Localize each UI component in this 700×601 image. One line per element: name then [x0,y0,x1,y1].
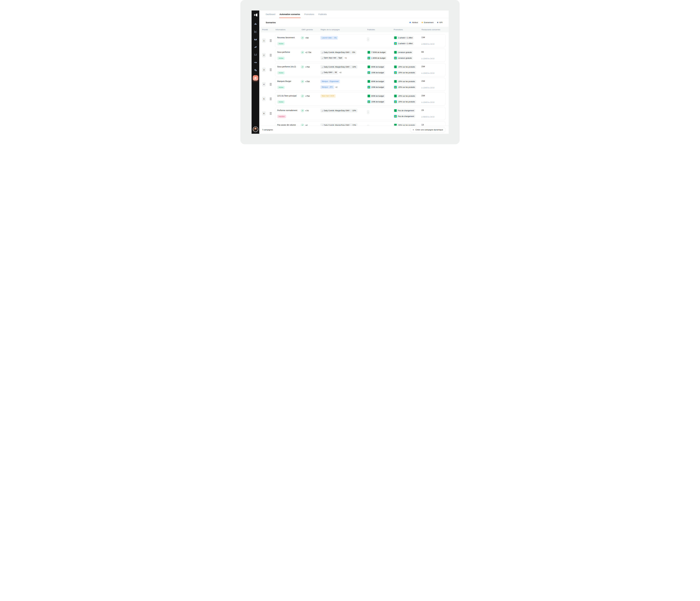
platform-chip[interactable]: UberEats800€ de budget [367,79,385,83]
legend-dot-icon [422,22,423,23]
schedule: à 12h00 le 23/10 [421,87,434,89]
tab-automation-scenarios[interactable]: Automation scenarios [280,10,300,18]
drag-handle-icon[interactable] [270,54,272,56]
scenario-card[interactable]: Nouveau lancementActive+54Launch date‹30… [275,34,446,47]
rule-chip[interactable]: △Daily Contrib. Margin/Daiy GMV›-10% [320,65,357,69]
scenario-card[interactable]: Sous performe (niv.2)Active+754△Daily Co… [275,63,446,76]
create-campaign-label: Créer une campagne dynamique [416,129,443,131]
legend-item-evenement: Evenement [422,21,433,24]
platform-chip[interactable]: ✌1 800€ de budget [367,56,387,60]
drag-handle-icon[interactable] [270,112,272,115]
platform-chip[interactable]: ✌1 acheté = 1 offert [393,42,414,45]
column-header-publicit-s: Publicités [367,29,394,31]
legend-item-kpi: KPI [437,21,443,24]
platform-chip[interactable]: UberEatsPas de changement [393,109,416,112]
deliveroo-icon: ✌ [368,71,370,74]
platform-chip[interactable]: UberEats1 acheté = 1 offert [393,36,414,40]
rule-chip[interactable]: △Daily GMV›0€ [320,71,338,75]
platform-chip[interactable]: UberEats800€ de budget [367,94,385,98]
sidebar-nav: $ [252,20,259,82]
drag-handle-icon[interactable] [270,39,272,42]
table-row: 6 Performe normalementInactive+74△Daily … [262,107,446,120]
scenario-card[interactable]: Pas assez de volume+4△Daily Contrib. Mar… [275,121,446,126]
platform-chip[interactable]: ✌100€ de budget [367,100,385,104]
drag-handle-icon[interactable] [270,83,272,85]
platform-chip[interactable]: UberEatsLivraison gratuite [393,50,413,54]
brand-logo-icon[interactable] [253,13,257,17]
trend-up-icon [301,109,304,112]
trend-up-icon [301,51,304,54]
rule-chip[interactable]: △Daily Contrib. Margin/Daiy GMV›-10% [320,123,357,126]
platform-chip[interactable]: UberEats7 500€ de budget [367,50,387,54]
empty-value: - [367,125,370,126]
schedule: à 08h00 le 24/10 [421,116,434,118]
rule-extra-count[interactable]: +1 [345,57,347,59]
restaurant-count: 83 [421,50,424,53]
platform-chip[interactable]: UberEats800€ de budget [367,65,385,69]
rule-chip[interactable]: △Open days rate›5ppt [320,56,344,60]
sidebar-item-partners[interactable] [252,58,259,66]
platform-chip[interactable]: UberEats-20% sur les produits [393,79,416,83]
scenario-card[interactable]: Marques BurgerActive+754Marque - Orgasme… [275,78,446,91]
rule-chip[interactable]: △Daily Contrib. Margin/Daiy GMV›-10% [320,109,357,112]
drag-handle-icon[interactable] [270,98,272,100]
gmv-value: +754 [301,79,310,83]
ubereats-icon: UberEats [394,95,397,97]
tab-publicit-s[interactable]: Publicités [318,10,327,18]
trend-up-icon [301,36,304,40]
sidebar-item-menu[interactable] [252,43,259,51]
kpi-delta-icon: △ [322,57,323,59]
rule-extra-count[interactable]: +2 [335,86,338,88]
platform-chip[interactable]: ✌-20% sur les produits [393,71,416,75]
drag-handle-icon[interactable] [270,69,272,71]
rule-chip[interactable]: △Daily Contrib. Margin/Daiy GMV›-5% [320,50,356,54]
platform-chip[interactable]: ✌-20% sur les produits [393,100,416,104]
rule-extra-count[interactable]: +2 [340,71,342,74]
table-head: PrioritéInformationsGMV généréeRègles de… [259,27,449,32]
ubereats-icon: UberEats [394,80,397,83]
priority-badge: 6 [262,111,266,116]
orders-icon [254,38,257,41]
kpi-delta-icon: △ [322,110,323,111]
sidebar-item-restaurant[interactable] [252,20,259,28]
tab-promotions[interactable]: Promotions [304,10,314,18]
platform-chip[interactable]: ✌Pas de changement [393,115,416,118]
ubereats-icon: UberEats [394,124,397,126]
create-campaign-button[interactable]: + Créer une campagne dynamique [410,127,446,132]
rule-chip[interactable]: Launch date‹30j [320,36,338,40]
sidebar-item-analytics[interactable] [252,28,259,35]
sidebar-item-finance[interactable]: $ [252,66,259,74]
top-nav: DashboardAutomation scenariosPromotionsP… [259,10,449,18]
scenario-card[interactable]: Lié à la l'item principalActive+754Main … [275,92,446,105]
sidebar-item-orders[interactable] [252,35,259,43]
table-row: 5 Lié à la l'item principalActive+754Mai… [262,92,446,105]
platform-chip[interactable]: UberEats-50% sur les produits [393,123,416,126]
sidebar-item-rewards[interactable] [252,51,259,58]
legend: AttributEvenementKPI [409,21,443,24]
scenario-card[interactable]: Performe normalementInactive+74△Daily Co… [275,107,446,120]
platform-chip[interactable]: ✌Livraison gratuite [393,56,413,60]
sidebar-item-campaigns[interactable] [252,74,259,82]
kpi-delta-icon: △ [322,72,323,74]
cloche-icon [254,22,257,25]
status-badge: Active [277,71,285,75]
rule-chip[interactable]: Marque - JFK [320,85,334,89]
avatar[interactable] [253,126,258,132]
empty-value: - [367,37,370,42]
rule-chip[interactable]: Marque - Orgasmeat [320,79,340,83]
table-row: 3 Sous performe (niv.2)Active+754△Daily … [262,63,446,76]
restaurant-count: 234 [421,79,425,82]
platform-chip[interactable]: ✌100€ de budget [367,71,385,75]
schedule: à 12h00 le 23/10 [421,72,434,75]
tab-dashboard[interactable]: Dashboard [266,10,275,18]
table-row: 7 Pas assez de volume+4△Daily Contrib. M… [262,121,446,126]
scenario-name: Lié à la l'item principal [277,94,296,97]
rule-chip[interactable]: Main Item OOS [320,94,336,98]
platform-chip[interactable]: ✌100€ de budget [367,85,385,89]
platform-chip[interactable]: UberEats-20% sur les produits [393,65,416,69]
plus-icon: + [412,129,414,131]
scenario-card[interactable]: Sous performeActive+2 754△Daily Contrib.… [275,49,446,62]
campaign-count: 7 campagnes [262,129,273,131]
platform-chip[interactable]: UberEats-20% sur les produits [393,94,416,98]
platform-chip[interactable]: ✌-20% sur les produits [393,85,416,89]
